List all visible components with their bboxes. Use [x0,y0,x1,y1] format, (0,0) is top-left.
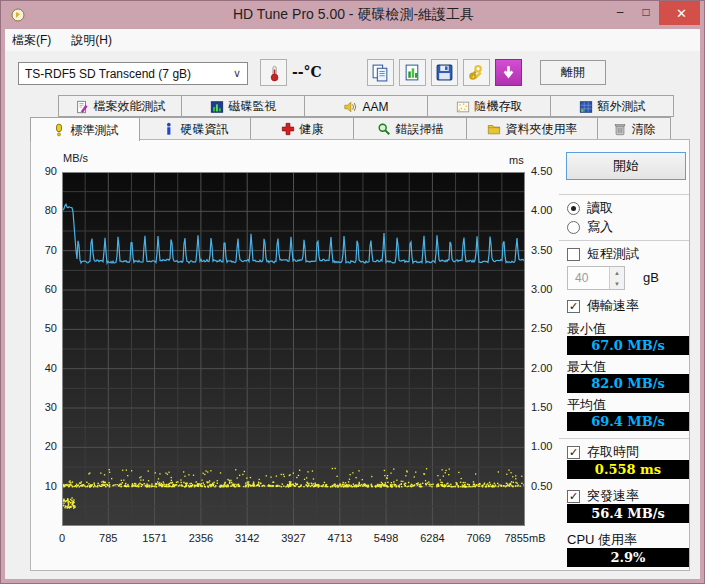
disk-monitor-icon [210,100,224,114]
capture-button[interactable] [495,59,522,86]
save-button[interactable] [431,59,458,86]
y-axis-tick: 10 [31,480,57,492]
tab-label: 清除 [632,121,656,138]
separator [559,438,689,439]
burst-rate-checkbox[interactable]: ✓ 突發速率 [567,487,639,505]
tab-label: 標準測試 [71,122,119,139]
max-value: 82.0 MB/s [567,374,689,393]
title-bar[interactable]: HD Tune Pro 5.00 - 硬碟檢測-維護工具 – □ ✕ [1,1,705,29]
tab-file-benchmark[interactable]: 檔案效能測試 [58,95,182,117]
stepper-up-icon[interactable]: ▲ [610,267,624,278]
left-axis-unit: MB/s [63,152,88,164]
tab-label: 額外測試 [598,98,646,115]
tab-aam[interactable]: AAM [304,95,428,117]
y-axis-tick-right: 3.00 [531,283,565,295]
y-axis-tick-right: 2.50 [531,322,565,334]
tab-disk-monitor[interactable]: 磁碟監視 [181,95,305,117]
menu-help[interactable]: 說明(H) [61,32,122,49]
thermometer-icon [265,64,283,82]
transfer-rate-label: 傳輸速率 [587,297,639,315]
tab-health[interactable]: 健康 [250,117,354,140]
stepper-arrows[interactable]: ▲▼ [609,267,624,289]
file-benchmark-icon [75,100,89,114]
aam-icon [343,100,357,114]
minimize-button[interactable]: – [607,1,633,23]
write-radio[interactable]: 寫入 [567,218,613,236]
tab-label: 磁碟監視 [229,98,277,115]
read-radio-label: 讀取 [587,199,613,217]
capacity-stepper[interactable]: 40 ▲▼ [567,266,625,290]
y-axis-tick: 50 [31,322,57,334]
copy-icon [371,63,390,82]
y-axis-tick-right: 4.50 [531,165,565,177]
info-icon [162,122,176,136]
magnifier-icon [377,122,391,136]
y-axis-tick-right: 3.50 [531,244,565,256]
options-wrench-icon [467,63,486,82]
tab-disk-info[interactable]: 硬碟資訊 [139,117,251,140]
checkbox-checked-icon: ✓ [567,490,580,503]
options-button[interactable] [463,59,490,86]
stepper-down-icon[interactable]: ▼ [610,278,624,289]
y-axis-tick-right: 0.50 [531,480,565,492]
chevron-down-icon: ∨ [233,67,241,80]
right-axis-unit: ms [509,154,524,166]
trash-icon [613,122,627,136]
read-radio[interactable]: 讀取 [567,199,613,217]
tab-extra-tests[interactable]: 額外測試 [550,95,674,117]
copy-image-button[interactable] [399,59,426,86]
tab-standard-test[interactable]: 標準測試 [30,117,140,141]
y-axis-tick-right: 1.50 [531,401,565,413]
window-title: HD Tune Pro 5.00 - 硬碟檢測-維護工具 [1,6,705,24]
tab-label: 隨機存取 [475,98,523,115]
checkbox-checked-icon: ✓ [567,300,580,313]
benchmark-chart [62,172,525,526]
radio-selected-icon [567,202,580,215]
menu-bar: 檔案(F) 說明(H) [2,29,705,51]
tab-label: AAM [362,100,388,114]
tab-erase[interactable]: 清除 [597,117,671,140]
y-axis-tick: 60 [31,283,57,295]
burst-rate-value: 56.4 MB/s [567,504,689,523]
folder-icon [487,122,501,136]
y-axis-tick-right: 1.00 [531,440,565,452]
short-stroke-checkbox[interactable]: 短程測試 [567,245,639,263]
y-axis-tick: 20 [31,440,57,452]
tab-folder-usage[interactable]: 資料夾使用率 [466,117,598,140]
access-time-checkbox[interactable]: ✓ 存取時間 [567,443,639,461]
random-access-icon [456,100,470,114]
y-axis-tick: 30 [31,401,57,413]
tab-label: 檔案效能測試 [94,98,166,115]
y-axis-tick: 90 [31,165,57,177]
exit-button[interactable]: 離開 [540,60,606,85]
separator [559,194,689,195]
device-select[interactable]: TS-RDF5 SD Transcend (7 gB) ∨ [18,62,248,85]
exclamation-icon [52,123,66,137]
temperature-button[interactable] [260,59,287,86]
tab-error-scan[interactable]: 錯誤掃描 [353,117,467,140]
y-axis-tick-right: 4.00 [531,204,565,216]
extra-tests-icon [579,100,593,114]
checkbox-checked-icon: ✓ [567,446,580,459]
app-window: HD Tune Pro 5.00 - 硬碟檢測-維護工具 – □ ✕ 檔案(F)… [0,0,705,584]
start-button[interactable]: 開始 [566,152,686,180]
tab-row-secondary: 檔案效能測試磁碟監視AAM隨機存取額外測試 [58,95,674,117]
access-time-label: 存取時間 [587,443,639,461]
burst-rate-label: 突發速率 [587,487,639,505]
access-time-value: 0.558 ms [567,460,689,479]
tab-row-primary: 標準測試硬碟資訊健康錯誤掃描資料夾使用率清除 [30,117,671,140]
transfer-rate-checkbox[interactable]: ✓ 傳輸速率 [567,297,639,315]
copy-button[interactable] [367,59,394,86]
app-icon [10,7,26,23]
write-radio-label: 寫入 [587,218,613,236]
close-button[interactable]: ✕ [659,1,704,25]
capacity-value: 40 [568,271,609,285]
toolbar: TS-RDF5 SD Transcend (7 gB) ∨ --°C 離開 [2,51,705,95]
tab-random-access[interactable]: 隨機存取 [427,95,551,117]
maximize-button[interactable]: □ [633,1,659,23]
capacity-unit: gB [643,270,659,285]
menu-file[interactable]: 檔案(F) [2,32,61,49]
health-cross-icon [281,122,295,136]
y-axis-tick: 40 [31,362,57,374]
y-axis-tick: 80 [31,204,57,216]
